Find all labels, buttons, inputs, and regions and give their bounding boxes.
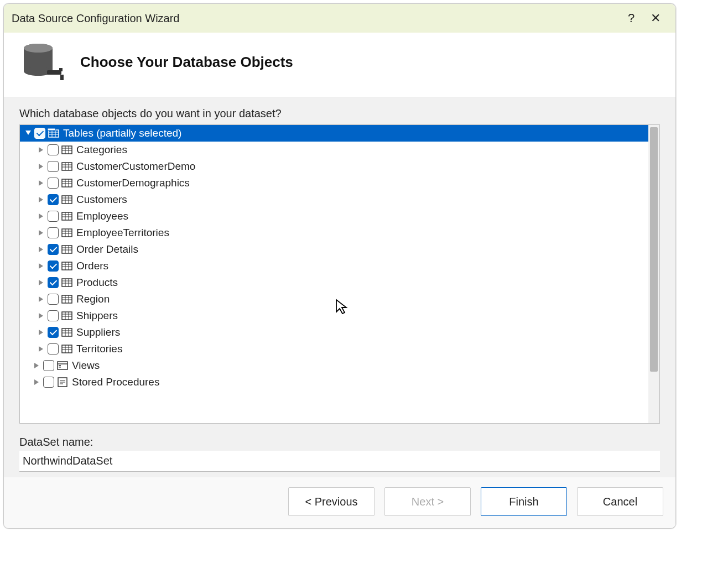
table-icon bbox=[61, 210, 73, 222]
checkbox-table[interactable] bbox=[48, 178, 59, 189]
expand-icon[interactable] bbox=[38, 312, 45, 320]
expand-icon[interactable] bbox=[38, 212, 45, 220]
svg-rect-5 bbox=[59, 68, 63, 71]
expand-icon[interactable] bbox=[33, 362, 41, 369]
checkbox-table[interactable] bbox=[48, 194, 59, 205]
collapse-icon[interactable] bbox=[24, 129, 32, 137]
table-icon bbox=[61, 194, 73, 206]
svg-rect-63 bbox=[62, 279, 72, 286]
svg-rect-95 bbox=[59, 365, 61, 366]
checkbox-sprocs[interactable] bbox=[43, 377, 54, 388]
scrollbar-vertical[interactable] bbox=[648, 125, 659, 423]
tree-node-table[interactable]: CustomerDemographics bbox=[20, 175, 648, 191]
checkbox-tables[interactable] bbox=[34, 128, 45, 139]
previous-button[interactable]: < Previous bbox=[288, 487, 375, 516]
table-icon bbox=[61, 326, 73, 338]
svg-rect-69 bbox=[62, 295, 72, 303]
tree-node-label: Stored Procedures bbox=[72, 376, 159, 388]
checkbox-table[interactable] bbox=[48, 227, 59, 238]
expand-icon[interactable] bbox=[38, 146, 45, 154]
tree-node-label: Employees bbox=[76, 210, 128, 222]
svg-marker-38 bbox=[39, 213, 43, 219]
table-icon bbox=[61, 144, 73, 156]
views-icon bbox=[56, 359, 69, 372]
tree-node-label: Products bbox=[76, 277, 118, 289]
svg-rect-8 bbox=[49, 130, 59, 137]
expand-icon[interactable] bbox=[38, 196, 45, 204]
checkbox-table[interactable] bbox=[48, 161, 59, 172]
expand-icon[interactable] bbox=[38, 179, 45, 187]
tree-node-label: CustomerDemographics bbox=[76, 177, 190, 189]
checkbox-table[interactable] bbox=[48, 343, 59, 355]
svg-marker-86 bbox=[39, 346, 43, 352]
table-icon bbox=[61, 177, 73, 189]
tree-node-table[interactable]: Order Details bbox=[20, 241, 648, 258]
svg-marker-14 bbox=[39, 147, 43, 153]
tree-node-tables[interactable]: Tables (partially selected) bbox=[20, 125, 648, 142]
expand-icon[interactable] bbox=[38, 229, 45, 237]
page-title: Choose Your Database Objects bbox=[80, 54, 293, 71]
checkbox-table[interactable] bbox=[48, 294, 59, 305]
checkbox-table[interactable] bbox=[48, 144, 59, 155]
svg-marker-97 bbox=[34, 379, 39, 385]
expand-icon[interactable] bbox=[38, 279, 45, 286]
expand-icon[interactable] bbox=[38, 295, 45, 303]
cancel-button[interactable]: Cancel bbox=[577, 487, 663, 516]
tree-node-table[interactable]: Region bbox=[20, 291, 648, 307]
dataset-name-label: DataSet name: bbox=[19, 436, 660, 449]
tree-node-table[interactable]: Orders bbox=[20, 258, 648, 274]
expand-icon[interactable] bbox=[33, 378, 41, 386]
svg-marker-62 bbox=[39, 280, 43, 285]
svg-rect-96 bbox=[59, 367, 61, 368]
expand-icon[interactable] bbox=[38, 246, 45, 253]
tree-node-table[interactable]: CustomerCustomerDemo bbox=[20, 158, 648, 175]
finish-button[interactable]: Finish bbox=[481, 487, 567, 516]
svg-marker-56 bbox=[39, 263, 43, 269]
tree-node-label: Region bbox=[76, 293, 110, 305]
scrollbar-thumb[interactable] bbox=[650, 127, 658, 372]
tree-node-table[interactable]: Products bbox=[20, 274, 648, 291]
table-icon bbox=[61, 293, 73, 305]
checkbox-table[interactable] bbox=[48, 277, 59, 288]
checkbox-table[interactable] bbox=[48, 211, 59, 222]
table-icon bbox=[61, 277, 73, 289]
svg-rect-51 bbox=[62, 246, 72, 253]
checkbox-table[interactable] bbox=[48, 327, 59, 338]
svg-marker-26 bbox=[39, 180, 43, 186]
tree-node-label: Territories bbox=[76, 343, 122, 355]
tree-node-table[interactable]: Territories bbox=[20, 341, 648, 357]
tree-node-table[interactable]: Employees bbox=[20, 208, 648, 225]
svg-rect-39 bbox=[62, 212, 72, 220]
dataset-name-input[interactable] bbox=[19, 451, 660, 472]
table-icon bbox=[61, 260, 73, 272]
svg-marker-50 bbox=[39, 247, 43, 252]
checkbox-table[interactable] bbox=[48, 260, 59, 272]
tree-node-table[interactable]: Categories bbox=[20, 142, 648, 158]
svg-marker-32 bbox=[39, 197, 43, 202]
expand-icon[interactable] bbox=[38, 262, 45, 270]
tree-node-table[interactable]: Customers bbox=[20, 191, 648, 208]
database-icon bbox=[20, 43, 64, 81]
tree-node-label: Categories bbox=[76, 144, 127, 156]
svg-rect-87 bbox=[62, 345, 72, 353]
object-tree[interactable]: Tables (partially selected) CategoriesCu… bbox=[20, 125, 648, 423]
tree-node-views[interactable]: Views bbox=[20, 357, 648, 374]
checkbox-views[interactable] bbox=[43, 360, 54, 371]
expand-icon[interactable] bbox=[38, 345, 45, 353]
tree-node-stored-procedures[interactable]: Stored Procedures bbox=[20, 374, 648, 390]
help-button[interactable]: ? bbox=[619, 4, 643, 33]
next-button: Next > bbox=[384, 487, 471, 516]
tree-node-table[interactable]: Suppliers bbox=[20, 324, 648, 341]
checkbox-table[interactable] bbox=[48, 310, 59, 321]
svg-marker-7 bbox=[25, 131, 31, 135]
svg-point-3 bbox=[24, 44, 53, 53]
expand-icon[interactable] bbox=[38, 329, 45, 336]
expand-icon[interactable] bbox=[38, 163, 45, 170]
wizard-header: Choose Your Database Objects bbox=[4, 33, 675, 97]
tree-node-table[interactable]: EmployeeTerritories bbox=[20, 225, 648, 241]
close-button[interactable]: ✕ bbox=[643, 4, 668, 33]
svg-rect-81 bbox=[62, 329, 72, 336]
checkbox-table[interactable] bbox=[48, 244, 59, 255]
tree-node-table[interactable]: Shippers bbox=[20, 307, 648, 324]
object-tree-container: Tables (partially selected) CategoriesCu… bbox=[19, 124, 660, 424]
